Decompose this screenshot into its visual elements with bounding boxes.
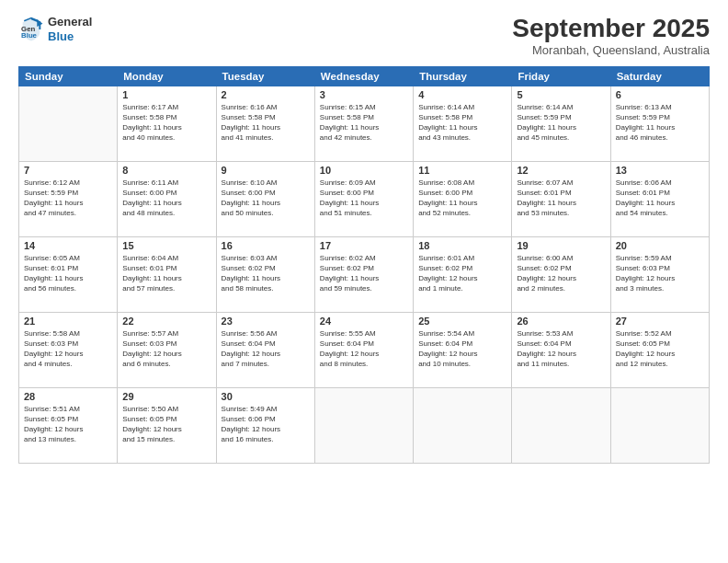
calendar-cell: 4Sunrise: 6:14 AM Sunset: 5:58 PM Daylig… [414,86,512,161]
calendar-cell: 25Sunrise: 5:54 AM Sunset: 6:04 PM Dayli… [414,312,512,387]
calendar-cell: 10Sunrise: 6:09 AM Sunset: 6:00 PM Dayli… [314,161,413,236]
day-info: Sunrise: 6:02 AM Sunset: 6:02 PM Dayligh… [320,253,408,294]
day-info: Sunrise: 5:59 AM Sunset: 6:03 PM Dayligh… [616,253,704,294]
calendar-cell: 12Sunrise: 6:07 AM Sunset: 6:01 PM Dayli… [512,161,610,236]
day-info: Sunrise: 6:15 AM Sunset: 5:58 PM Dayligh… [320,102,408,144]
calendar-cell: 15Sunrise: 6:04 AM Sunset: 6:01 PM Dayli… [118,236,216,312]
calendar-cell: 28Sunrise: 5:51 AM Sunset: 6:05 PM Dayli… [19,387,118,463]
day-number: 14 [24,240,112,251]
calendar-cell: 23Sunrise: 5:56 AM Sunset: 6:04 PM Dayli… [216,312,314,387]
calendar-cell: 2Sunrise: 6:16 AM Sunset: 5:58 PM Daylig… [216,86,314,161]
calendar-cell: 19Sunrise: 6:00 AM Sunset: 6:02 PM Dayli… [512,236,610,312]
day-number: 20 [616,240,704,251]
month-title: September 2025 [512,15,710,43]
calendar-week-row: 14Sunrise: 6:05 AM Sunset: 6:01 PM Dayli… [19,236,710,312]
logo: Gen Blue General Blue [18,15,92,43]
day-number: 28 [24,391,112,402]
calendar-cell: 30Sunrise: 5:49 AM Sunset: 6:06 PM Dayli… [216,387,314,463]
day-info: Sunrise: 6:05 AM Sunset: 6:01 PM Dayligh… [24,253,112,294]
day-info: Sunrise: 6:03 AM Sunset: 6:02 PM Dayligh… [222,253,310,294]
logo-icon: Gen Blue [18,17,44,42]
day-info: Sunrise: 5:52 AM Sunset: 6:05 PM Dayligh… [616,328,704,370]
calendar-week-row: 7Sunrise: 6:12 AM Sunset: 5:59 PM Daylig… [19,161,710,236]
calendar-cell: 20Sunrise: 5:59 AM Sunset: 6:03 PM Dayli… [610,236,709,312]
day-info: Sunrise: 6:14 AM Sunset: 5:59 PM Dayligh… [517,102,605,144]
day-info: Sunrise: 6:17 AM Sunset: 5:58 PM Dayligh… [122,102,210,144]
day-info: Sunrise: 6:04 AM Sunset: 6:01 PM Dayligh… [122,253,210,294]
weekday-header-row: SundayMondayTuesdayWednesdayThursdayFrid… [19,66,710,86]
day-number: 10 [320,165,408,176]
day-number: 22 [122,316,210,327]
calendar-week-row: 1Sunrise: 6:17 AM Sunset: 5:58 PM Daylig… [19,86,710,161]
day-info: Sunrise: 6:01 AM Sunset: 6:02 PM Dayligh… [418,253,506,294]
day-number: 16 [222,240,310,251]
day-info: Sunrise: 6:12 AM Sunset: 5:59 PM Dayligh… [24,178,112,219]
logo-text-blue: Blue [48,29,92,44]
calendar-cell: 5Sunrise: 6:14 AM Sunset: 5:59 PM Daylig… [512,86,610,161]
day-info: Sunrise: 6:06 AM Sunset: 6:01 PM Dayligh… [616,178,704,219]
day-number: 9 [222,165,310,176]
day-info: Sunrise: 5:54 AM Sunset: 6:04 PM Dayligh… [418,328,506,370]
day-number: 17 [320,240,408,251]
weekday-header: Wednesday [314,66,413,86]
day-number: 5 [517,89,605,100]
calendar-cell [414,387,512,463]
day-info: Sunrise: 5:55 AM Sunset: 6:04 PM Dayligh… [320,328,408,370]
calendar-cell: 29Sunrise: 5:50 AM Sunset: 6:05 PM Dayli… [118,387,216,463]
day-number: 26 [517,316,605,327]
weekday-header: Friday [512,66,610,86]
day-info: Sunrise: 5:53 AM Sunset: 6:04 PM Dayligh… [517,328,605,370]
day-number: 6 [616,89,704,100]
calendar-cell: 21Sunrise: 5:58 AM Sunset: 6:03 PM Dayli… [19,312,118,387]
calendar-cell: 1Sunrise: 6:17 AM Sunset: 5:58 PM Daylig… [118,86,216,161]
day-info: Sunrise: 6:10 AM Sunset: 6:00 PM Dayligh… [222,178,310,219]
day-number: 1 [122,89,210,100]
calendar-cell [19,86,118,161]
logo-text-general: General [48,15,92,29]
calendar-week-row: 28Sunrise: 5:51 AM Sunset: 6:05 PM Dayli… [19,387,710,463]
day-number: 7 [24,165,112,176]
day-info: Sunrise: 5:57 AM Sunset: 6:03 PM Dayligh… [122,328,210,370]
day-number: 3 [320,89,408,100]
day-number: 19 [517,240,605,251]
weekday-header: Monday [118,66,216,86]
title-block: September 2025 Moranbah, Queensland, Aus… [512,15,710,57]
weekday-header: Saturday [610,66,709,86]
calendar-cell: 27Sunrise: 5:52 AM Sunset: 6:05 PM Dayli… [610,312,709,387]
day-info: Sunrise: 5:49 AM Sunset: 6:06 PM Dayligh… [222,404,310,445]
calendar-cell: 22Sunrise: 5:57 AM Sunset: 6:03 PM Dayli… [118,312,216,387]
calendar-cell: 14Sunrise: 6:05 AM Sunset: 6:01 PM Dayli… [19,236,118,312]
day-info: Sunrise: 5:51 AM Sunset: 6:05 PM Dayligh… [24,404,112,445]
page-header: Gen Blue General Blue September 2025 Mor… [18,15,710,57]
weekday-header: Tuesday [216,66,314,86]
calendar-cell: 18Sunrise: 6:01 AM Sunset: 6:02 PM Dayli… [414,236,512,312]
day-info: Sunrise: 6:11 AM Sunset: 6:00 PM Dayligh… [122,178,210,219]
location-subtitle: Moranbah, Queensland, Australia [512,43,710,57]
day-number: 29 [122,391,210,402]
calendar-week-row: 21Sunrise: 5:58 AM Sunset: 6:03 PM Dayli… [19,312,710,387]
day-info: Sunrise: 6:08 AM Sunset: 6:00 PM Dayligh… [418,178,506,219]
day-number: 23 [222,316,310,327]
day-number: 27 [616,316,704,327]
day-info: Sunrise: 5:58 AM Sunset: 6:03 PM Dayligh… [24,328,112,370]
day-info: Sunrise: 6:14 AM Sunset: 5:58 PM Dayligh… [418,102,506,144]
calendar-cell: 13Sunrise: 6:06 AM Sunset: 6:01 PM Dayli… [610,161,709,236]
day-info: Sunrise: 6:00 AM Sunset: 6:02 PM Dayligh… [517,253,605,294]
day-number: 15 [122,240,210,251]
calendar-cell: 17Sunrise: 6:02 AM Sunset: 6:02 PM Dayli… [314,236,413,312]
weekday-header: Sunday [19,66,118,86]
calendar-cell [610,387,709,463]
calendar-cell: 16Sunrise: 6:03 AM Sunset: 6:02 PM Dayli… [216,236,314,312]
calendar-table: SundayMondayTuesdayWednesdayThursdayFrid… [18,66,710,464]
calendar-cell [512,387,610,463]
svg-text:Blue: Blue [21,31,38,40]
day-number: 18 [418,240,506,251]
day-number: 4 [418,89,506,100]
calendar-cell: 6Sunrise: 6:13 AM Sunset: 5:59 PM Daylig… [610,86,709,161]
calendar-cell: 9Sunrise: 6:10 AM Sunset: 6:00 PM Daylig… [216,161,314,236]
day-info: Sunrise: 6:16 AM Sunset: 5:58 PM Dayligh… [222,102,310,144]
calendar-cell: 3Sunrise: 6:15 AM Sunset: 5:58 PM Daylig… [314,86,413,161]
day-info: Sunrise: 6:09 AM Sunset: 6:00 PM Dayligh… [320,178,408,219]
day-number: 12 [517,165,605,176]
day-number: 25 [418,316,506,327]
